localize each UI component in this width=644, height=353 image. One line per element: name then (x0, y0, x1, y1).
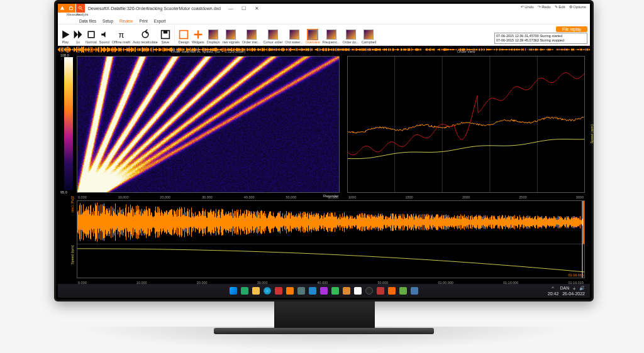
svg-rect-0 (70, 7, 73, 9)
thumb-icon (364, 30, 374, 40)
app-icon[interactable] (286, 287, 294, 295)
menu-setup[interactable]: Setup (103, 19, 113, 23)
math-icon: π (116, 30, 126, 40)
ribbon-order-do-[interactable]: Order do... (342, 30, 358, 44)
monitor: DewesoftX - Datafile: 320 - Ordertrackin… (54, 0, 594, 301)
order-waterfall-panel[interactable]: Order waterfall vs. speed; (do = 0,125-o… (77, 56, 340, 193)
ribbon-order-trac-[interactable]: Order trac... (242, 30, 260, 44)
ribbon-label: raw signals (223, 40, 240, 44)
plus-icon (193, 30, 203, 40)
recorder-panel[interactable]: Recorder 0,00010,00020,00030,00040,00050… (77, 200, 585, 278)
orderview-title: Order view (347, 50, 585, 53)
mode-measure-button[interactable] (67, 4, 75, 13)
ribbon-1x[interactable]: 1x (73, 30, 83, 44)
thumb-icon (308, 30, 318, 40)
wifi-icon[interactable]: ⏚ (573, 286, 575, 290)
app-window: DewesoftX - Datafile: 320 - Ordertrackin… (58, 4, 590, 282)
svg-rect-8 (164, 31, 167, 34)
ribbon-design[interactable]: Design (179, 30, 189, 44)
options-button[interactable]: ⚙ Options (569, 4, 586, 9)
ribbon-displays[interactable]: Displays (207, 30, 220, 44)
ribbon-normal[interactable]: Normal (86, 30, 97, 44)
taskview-icon[interactable] (241, 287, 248, 295)
menu-data-files[interactable]: Data files (79, 19, 96, 23)
ribbon-auto-recalculate[interactable]: Auto recalculate (133, 30, 157, 44)
app-icon[interactable] (275, 287, 282, 295)
waterfall-title: Order waterfall vs. speed; (do = 0,125-o… (77, 50, 340, 53)
window-min-button[interactable]: — (225, 4, 237, 12)
svg-point-2 (79, 6, 81, 9)
svg-point-6 (142, 31, 148, 38)
sound-icon (99, 30, 109, 40)
app-icon[interactable] (411, 287, 418, 295)
svg-point-1 (70, 6, 72, 8)
ribbon-cursor-order[interactable]: Cursor order (263, 30, 282, 44)
orderview-rlabel: Speed (rpm) (590, 124, 594, 144)
ffwd-icon (73, 30, 83, 40)
app-icon[interactable] (388, 287, 396, 295)
thumb-icon (346, 30, 356, 40)
app-icon[interactable] (377, 287, 384, 295)
waterfall-colorbar[interactable] (64, 57, 73, 190)
file-replay-badge[interactable]: File replay (556, 26, 587, 32)
recorder-l2: Speed (rpm) (70, 245, 74, 264)
ribbon-offline-math[interactable]: πOffline math (112, 30, 131, 44)
volume-icon[interactable]: 🔊 (579, 286, 585, 290)
svg-line-3 (81, 9, 82, 10)
recorder-title: Recorder (77, 194, 585, 198)
window-close-button[interactable]: ✕ (251, 4, 264, 12)
ribbon-label: Cursor order (263, 40, 282, 44)
mode-analyze-button[interactable] (76, 4, 85, 13)
screen: DewesoftX - Datafile: 320 - Ordertrackin… (58, 4, 590, 282)
ribbon-label: Ord water... (285, 40, 303, 44)
ribbon-label: 1x (76, 40, 80, 44)
app-icon[interactable] (399, 287, 407, 295)
taskbar-time[interactable]: 20:42 (548, 291, 559, 296)
thumb-icon (326, 30, 336, 40)
ribbon-frequenc-[interactable]: Frequenc... (323, 30, 340, 44)
ribbon-save[interactable]: Save (160, 30, 170, 44)
app-icon[interactable] (343, 287, 350, 295)
edge-icon[interactable] (264, 287, 271, 295)
undo-button[interactable]: ↶ Undo (521, 4, 534, 9)
ribbon-overview[interactable]: Overview (306, 30, 320, 44)
explorer-icon[interactable] (252, 287, 260, 295)
ribbon-play[interactable]: Play (60, 30, 70, 44)
window-max-button[interactable]: ☐ (238, 4, 250, 12)
os-taskbar[interactable]: ^ DAN ⏚ 🔊 20:42 26-04-2022 (58, 284, 590, 298)
title-project: Ordertracking ScooterMotor coastdown.dxd (136, 6, 221, 11)
start-icon[interactable] (230, 287, 237, 295)
redo-button[interactable]: ↷ Redo (538, 4, 551, 9)
monitor-stand (274, 301, 375, 330)
menu-review[interactable]: Review (119, 19, 133, 23)
ribbon-campbell[interactable]: Campbell (362, 30, 376, 44)
app-icon[interactable] (331, 287, 339, 295)
ribbon-label: Design (179, 40, 189, 44)
ribbon-sound[interactable]: Sound (99, 30, 109, 44)
order-view-panel[interactable]: Order view 10001500200025003000 Speed (r… (347, 56, 585, 193)
app-icon[interactable] (365, 287, 373, 295)
design-icon (179, 30, 189, 40)
taskbar-lang[interactable]: DAN (560, 286, 570, 290)
ribbon-label: Offline math (112, 40, 131, 44)
ribbon-label: Normal (86, 40, 97, 44)
app-icon[interactable] (320, 287, 328, 295)
app-icon[interactable] (354, 287, 362, 295)
measure-label: Measure (67, 13, 76, 18)
menu-print[interactable]: Print (139, 19, 147, 23)
menu-export[interactable]: Export (154, 19, 166, 23)
ribbon-ord-water-[interactable]: Ord water... (285, 30, 303, 44)
ribbon-widgets[interactable]: Widgets (192, 30, 204, 44)
ribbon-label: Frequenc... (323, 40, 340, 44)
taskbar-date[interactable]: 26-04-2022 (562, 291, 585, 296)
app-icon[interactable] (297, 287, 305, 295)
ribbon-raw-signals[interactable]: raw signals (223, 30, 240, 44)
edit-button[interactable]: ✎ Edit (555, 4, 565, 9)
cb-top: 108,0 (60, 53, 69, 57)
app-logo-icon (58, 4, 67, 13)
save-icon (160, 30, 170, 40)
app-icon[interactable] (309, 287, 316, 295)
ribbon-label: Overview (306, 40, 320, 44)
event-log[interactable]: 07-06-2015 12:36:31,45700 Storing starte… (494, 33, 587, 44)
svg-rect-9 (180, 31, 188, 39)
